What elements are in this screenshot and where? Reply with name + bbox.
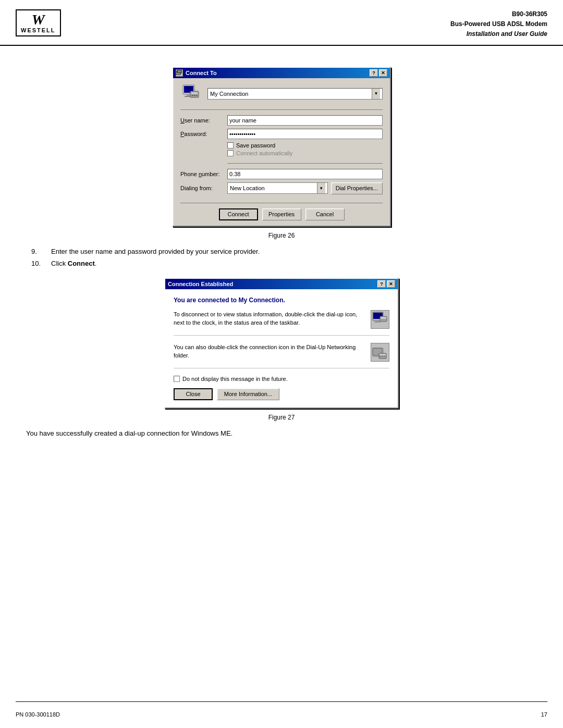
svg-rect-16 (381, 317, 386, 319)
svg-point-10 (196, 94, 198, 96)
titlebar-title-area: Connect To (176, 69, 217, 77)
document-info: B90-36R305 Bus-Powered USB ADSL Modem In… (450, 9, 547, 40)
password-label: Password: (180, 131, 227, 137)
dialing-dropdown-arrow-icon: ▼ (317, 183, 325, 193)
doc-title: Installation and User Guide (450, 29, 547, 39)
no-display-row: Do not display this message in the futur… (174, 376, 389, 382)
dialog-icon (176, 69, 183, 77)
svg-point-9 (194, 94, 195, 96)
step-9: 9. Enter the user name and password prov… (26, 248, 537, 255)
connect-button[interactable]: Connect (219, 208, 258, 220)
connect-auto-row: Connect automatically (227, 150, 383, 156)
folder-icon (371, 343, 389, 362)
cancel-button[interactable]: Cancel (305, 208, 345, 220)
figure-27-label: Figure 27 (26, 414, 537, 421)
step-10-bold: Connect (68, 260, 95, 267)
doc-number: B90-36R305 (450, 9, 547, 19)
dropdown-arrow-icon: ▼ (372, 89, 380, 99)
svg-rect-1 (177, 70, 181, 73)
ce-close-button[interactable]: ✕ (387, 280, 395, 288)
ce-help-button[interactable]: ? (377, 280, 386, 288)
figure-26-label: Figure 26 (26, 232, 537, 239)
connected-message: You are connected to My Connection. (174, 297, 389, 304)
logo-icon: W (32, 13, 45, 27)
folder-info-section: You can also double-click the connection… (174, 343, 389, 368)
username-row: User name: (180, 115, 383, 126)
page-footer: PN 030-300118D 17 (0, 711, 563, 718)
dialup-icon (371, 310, 389, 329)
connect-auto-label: Connect automatically (236, 150, 292, 156)
footer-page: 17 (541, 711, 547, 718)
ce-titlebar-controls: ? ✕ (377, 280, 395, 288)
disconnect-text: To disconnect or to view status informat… (174, 310, 365, 327)
product-name: Bus-Powered USB ADSL Modem (450, 19, 547, 29)
connect-to-dialog-container: Connect To ? ✕ (26, 67, 537, 227)
svg-point-23 (384, 356, 385, 357)
footer-divider (16, 701, 547, 702)
close-button[interactable]: Close (174, 388, 213, 400)
dialing-from-dropdown[interactable]: New Location ▼ (227, 182, 328, 194)
connection-established-dialog: Connection Established ? ✕ You are conne… (164, 278, 399, 409)
connection-icon (180, 83, 201, 104)
connection-select-row: My Connection ▼ (180, 83, 383, 110)
svg-rect-13 (376, 320, 379, 322)
dialing-from-label: Dialing from: (180, 185, 227, 191)
phone-label: Phone number: (180, 171, 227, 177)
svg-rect-14 (374, 322, 381, 323)
ce-body: You are connected to My Connection. To d… (165, 289, 398, 408)
disconnect-info-section: To disconnect or to view status informat… (174, 310, 389, 336)
connect-to-titlebar: Connect To ? ✕ (173, 68, 390, 78)
save-password-label: Save password (236, 142, 275, 149)
checkboxes-section: Save password Connect automatically (227, 142, 383, 164)
phone-number-row: Phone number: (180, 169, 383, 179)
phone-input[interactable] (227, 169, 383, 179)
titlebar-controls: ? ✕ (370, 69, 387, 77)
phone-section: Phone number: Dialing from: New Location (180, 169, 383, 203)
ce-title-text: Connection Established (168, 281, 233, 287)
svg-rect-20 (380, 354, 386, 355)
step-10-text: Click Connect. (51, 260, 96, 267)
save-password-checkbox[interactable] (227, 142, 234, 149)
page-header: W WESTELL B90-36R305 Bus-Powered USB ADS… (0, 0, 563, 46)
step-9-number: 9. (31, 248, 47, 255)
properties-button[interactable]: Properties (262, 208, 301, 220)
dial-properties-button[interactable]: Dial Properties... (331, 182, 383, 194)
svg-rect-7 (191, 92, 198, 94)
svg-point-8 (192, 94, 193, 96)
dialog-buttons: Connect Properties Cancel (180, 208, 383, 220)
password-row: Password: (180, 129, 383, 139)
step-9-text: Enter the user name and password provide… (51, 248, 260, 255)
ce-titlebar: Connection Established ? ✕ (165, 279, 398, 289)
save-password-row: Save password (227, 142, 383, 149)
connect-to-dialog: Connect To ? ✕ (172, 67, 391, 227)
password-input[interactable] (227, 129, 383, 139)
username-input[interactable] (227, 115, 383, 126)
connect-to-title: Connect To (186, 70, 217, 76)
folder-text: You can also double-click the connection… (174, 343, 365, 360)
footer-pn: PN 030-300118D (16, 711, 60, 718)
main-content: Connect To ? ✕ (0, 46, 563, 448)
more-info-button[interactable]: More Information... (217, 388, 279, 400)
connection-dropdown[interactable]: My Connection ▼ (207, 88, 383, 100)
close-button[interactable]: ✕ (379, 69, 387, 77)
step-10-number: 10. (31, 260, 47, 267)
help-button[interactable]: ? (370, 69, 378, 77)
logo-brand: WESTELL (21, 27, 56, 33)
dialing-from-value: New Location (230, 185, 265, 191)
no-display-label: Do not display this message in the futur… (182, 376, 288, 382)
svg-point-21 (380, 356, 381, 357)
connection-value: My Connection (210, 91, 248, 97)
company-logo: W WESTELL (16, 9, 61, 36)
connection-established-container: Connection Established ? ✕ You are conne… (26, 278, 537, 409)
success-text: You have successfully created a dial-up … (26, 429, 537, 437)
connect-to-body: My Connection ▼ User name: Password: (173, 78, 390, 226)
ce-dialog-buttons: Close More Information... (174, 388, 389, 400)
connect-auto-checkbox[interactable] (227, 150, 234, 156)
dialing-from-row: Dialing from: New Location ▼ Dial Proper… (180, 182, 383, 194)
step-10: 10. Click Connect. (26, 260, 537, 267)
username-label: User name: (180, 117, 227, 124)
no-display-checkbox[interactable] (174, 376, 180, 382)
svg-point-22 (382, 356, 383, 357)
